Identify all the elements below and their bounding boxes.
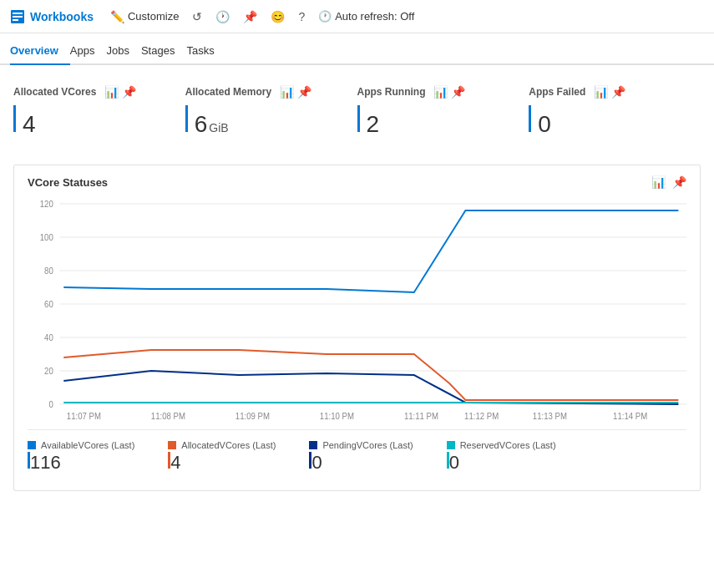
metric-apps-running: Apps Running 📊 📌 2 (357, 79, 529, 144)
chart-icon-1[interactable]: 📊 (104, 85, 119, 99)
svg-text:11:09 PM: 11:09 PM (235, 412, 270, 421)
metric-apps-running-header: Apps Running 📊 📌 (357, 85, 516, 99)
svg-text:100: 100 (40, 233, 54, 242)
refresh-action[interactable]: ↺ (192, 10, 202, 23)
legend-allocated-label-row: AllocatedVCores (Last) (168, 440, 276, 450)
metric-allocated-memory-label: Allocated Memory (185, 86, 271, 98)
pin-icon-1[interactable]: 📌 (122, 85, 136, 99)
metric-bar-2 (185, 105, 188, 132)
svg-text:40: 40 (44, 333, 53, 342)
nav-tabs: Overview Apps Jobs Stages Tasks (0, 33, 714, 65)
svg-text:20: 20 (44, 367, 53, 376)
customize-label: Customize (128, 10, 179, 23)
chart-header: VCore Statuses 📊 📌 (28, 175, 686, 189)
metric-bar-3 (357, 105, 360, 132)
pin-icon-3[interactable]: 📌 (451, 85, 465, 99)
chart-header-icons: 📊 📌 (651, 175, 686, 189)
metric-bar-1 (13, 105, 16, 132)
pin-icon-2[interactable]: 📌 (297, 85, 311, 99)
help-icon: ? (298, 10, 305, 23)
metrics-row: Allocated VCores 📊 📌 4 Allocated Memory … (13, 79, 701, 144)
svg-rect-1 (13, 13, 23, 14)
metric-apps-failed-value-row: 0 (529, 105, 687, 138)
legend-available-vcores: AvailableVCores (Last) 116 (28, 440, 134, 474)
svg-text:11:12 PM: 11:12 PM (464, 412, 499, 421)
help-action[interactable]: ? (298, 10, 305, 23)
emoji-icon: 😊 (271, 10, 285, 23)
brand[interactable]: Workbooks (10, 9, 94, 24)
emoji-action[interactable]: 😊 (271, 10, 285, 23)
main-content: Allocated VCores 📊 📌 4 Allocated Memory … (0, 65, 714, 491)
toolbar-actions: ✏️ Customize ↺ 🕐 📌 😊 ? 🕐 Auto refresh: O… (110, 10, 704, 23)
legend-allocated-vcores: AllocatedVCores (Last) 4 (168, 440, 276, 474)
svg-text:120: 120 (40, 200, 54, 209)
legend-reserved-vcores: ReservedVCores (Last) 0 (447, 440, 556, 474)
chart-section: VCore Statuses 📊 📌 120 100 80 60 (13, 165, 701, 491)
svg-text:11:10 PM: 11:10 PM (320, 412, 354, 421)
legend-pending-label: PendingVCores (Last) (322, 440, 413, 450)
svg-text:60: 60 (44, 300, 53, 309)
metric-apps-running-label: Apps Running (357, 86, 426, 98)
metric-header-icons-2: 📊 📌 (280, 85, 311, 99)
pin-action[interactable]: 📌 (243, 10, 257, 23)
chart-icon-2[interactable]: 📊 (280, 85, 294, 99)
svg-text:11:07 PM: 11:07 PM (67, 412, 101, 421)
legend-reserved-dot (447, 441, 455, 449)
chart-title: VCore Statuses (28, 176, 108, 189)
history-action[interactable]: 🕐 (215, 10, 230, 23)
svg-text:11:13 PM: 11:13 PM (533, 412, 567, 421)
chart-pin-icon[interactable]: 📌 (672, 175, 686, 189)
metric-allocated-vcores: Allocated VCores 📊 📌 4 (13, 79, 185, 144)
tab-stages[interactable]: Stages (141, 38, 186, 65)
legend-pending-value: 0 (311, 452, 322, 474)
legend-pending-label-row: PendingVCores (Last) (309, 440, 413, 450)
legend-reserved-value: 0 (449, 452, 459, 474)
pin-icon-4[interactable]: 📌 (611, 85, 625, 99)
legend-row: AvailableVCores (Last) 116 AllocatedVCor… (28, 429, 686, 480)
metric-allocated-memory-value-row: 6 GiB (185, 105, 344, 138)
metric-allocated-vcores-label: Allocated VCores (13, 86, 96, 98)
metric-allocated-vcores-header: Allocated VCores 📊 📌 (13, 85, 172, 99)
chart-icon-4[interactable]: 📊 (594, 85, 608, 99)
chart-icon-3[interactable]: 📊 (433, 85, 448, 99)
legend-available-label-row: AvailableVCores (Last) (28, 440, 134, 450)
legend-allocated-value: 4 (170, 452, 180, 474)
tab-tasks[interactable]: Tasks (186, 38, 225, 65)
legend-available-value: 116 (30, 452, 61, 474)
metric-allocated-vcores-value: 4 (23, 111, 36, 138)
metric-allocated-memory-header: Allocated Memory 📊 📌 (185, 85, 344, 99)
legend-pending-dot (309, 441, 317, 449)
metric-header-icons-3: 📊 📌 (433, 85, 465, 99)
auto-refresh-icon: 🕐 (318, 10, 332, 23)
legend-reserved-label-row: ReservedVCores (Last) (447, 440, 556, 450)
metric-apps-failed-value: 0 (538, 111, 551, 138)
legend-allocated-label: AllocatedVCores (Last) (181, 440, 276, 450)
svg-rect-2 (13, 16, 23, 18)
chart-svg: 120 100 80 60 40 20 0 11:07 PM 11:08 PM … (28, 195, 686, 429)
chart-expand-icon[interactable]: 📊 (651, 175, 666, 189)
auto-refresh[interactable]: 🕐 Auto refresh: Off (318, 10, 414, 23)
refresh-icon: ↺ (192, 10, 202, 23)
metric-allocated-vcores-value-row: 4 (13, 105, 172, 138)
customize-action[interactable]: ✏️ Customize (110, 10, 179, 23)
metric-apps-running-value-row: 2 (357, 105, 516, 138)
history-icon: 🕐 (215, 10, 230, 23)
svg-text:0: 0 (48, 400, 53, 409)
metric-bar-4 (529, 105, 531, 132)
metric-allocated-memory: Allocated Memory 📊 📌 6 GiB (185, 79, 357, 144)
legend-available-label: AvailableVCores (Last) (41, 440, 134, 450)
svg-text:11:11 PM: 11:11 PM (404, 412, 438, 421)
metric-header-icons-1: 📊 📌 (104, 85, 136, 99)
tab-jobs[interactable]: Jobs (106, 38, 140, 65)
svg-rect-3 (13, 19, 18, 21)
metric-header-icons-4: 📊 📌 (594, 85, 625, 99)
legend-allocated-dot (168, 441, 176, 449)
tab-overview[interactable]: Overview (10, 38, 70, 65)
metric-apps-failed-header: Apps Failed 📊 📌 (529, 85, 687, 99)
legend-reserved-label: ReservedVCores (Last) (460, 440, 556, 450)
pin-icon: 📌 (243, 10, 257, 23)
svg-text:11:08 PM: 11:08 PM (151, 412, 185, 421)
tab-apps[interactable]: Apps (70, 38, 107, 65)
metric-allocated-memory-unit: GiB (209, 121, 228, 134)
legend-pending-vcores: PendingVCores (Last) 0 (309, 440, 413, 474)
